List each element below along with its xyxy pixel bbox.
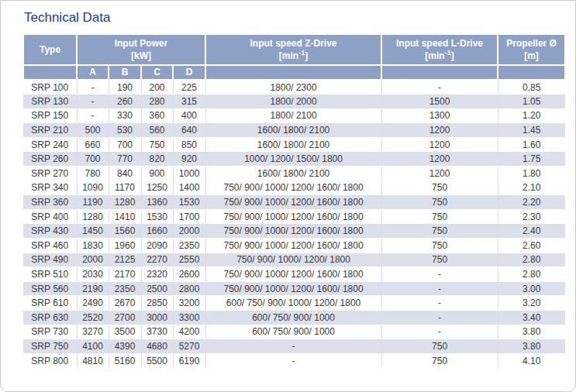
cell-type: SRP 610 bbox=[23, 296, 77, 311]
cell-power-d: 640 bbox=[173, 123, 205, 138]
cell-type: SRP 150 bbox=[23, 108, 77, 123]
cell-z-speed: 750/ 900/ 1000/ 1200/ 1600/ 1800 bbox=[205, 239, 381, 253]
cell-power-b: 1960 bbox=[109, 239, 141, 253]
cell-power-d: 4200 bbox=[173, 325, 205, 339]
cell-propeller: 3.20 bbox=[498, 296, 565, 311]
cell-power-a: 4100 bbox=[77, 339, 109, 354]
table-header: Type Input Power [kW] Input speed Z-Driv… bbox=[23, 34, 565, 80]
table-row: SRP 4902000212522702550750/ 900/ 1000/ 1… bbox=[23, 253, 565, 267]
cell-power-d: 400 bbox=[173, 108, 205, 123]
header-row-main: Type Input Power [kW] Input speed Z-Driv… bbox=[23, 34, 565, 65]
table-row: SRP 8004810516055006190-7504.10 bbox=[23, 353, 565, 368]
cell-propeller: 2.80 bbox=[498, 267, 565, 282]
cell-propeller: 1.45 bbox=[498, 123, 565, 138]
cell-z-speed: 750/ 900/ 1000/ 1200/ 1600/ 1800 bbox=[205, 224, 381, 239]
header-sub-d: D bbox=[173, 65, 205, 80]
cell-l-speed: - bbox=[381, 80, 498, 95]
table-row: SRP 3401090117012501400750/ 900/ 1000/ 1… bbox=[23, 181, 565, 195]
cell-power-a: 1190 bbox=[77, 195, 109, 210]
cell-power-b: 2170 bbox=[109, 267, 141, 282]
cell-power-c: 3730 bbox=[141, 325, 173, 339]
cell-type: SRP 630 bbox=[23, 311, 77, 325]
cell-power-a: 700 bbox=[77, 152, 109, 167]
cell-power-d: 1530 bbox=[173, 195, 205, 210]
page-title: Technical Data bbox=[24, 10, 575, 26]
cell-power-d: 2800 bbox=[173, 281, 205, 296]
cell-l-speed: 750 bbox=[381, 253, 498, 267]
cell-power-d: 6190 bbox=[173, 353, 205, 368]
cell-type: SRP 260 bbox=[23, 152, 77, 167]
header-l-drive-unit: [min-1] bbox=[382, 50, 497, 62]
cell-z-speed: 750/ 900/ 1000/ 1200/ 1600/ 1800 bbox=[205, 209, 381, 224]
cell-power-d: 1000 bbox=[173, 167, 205, 181]
cell-power-d: 1700 bbox=[173, 209, 205, 224]
cell-power-c: 2090 bbox=[141, 239, 173, 253]
cell-power-c: 5500 bbox=[141, 353, 173, 368]
cell-power-d: 2600 bbox=[173, 267, 205, 282]
cell-l-speed: - bbox=[381, 311, 498, 325]
table-row: SRP 7303270350037304200600/ 750/ 900/ 10… bbox=[23, 325, 565, 339]
table-row: SRP 2607007708209201000/ 1200/ 1500/ 180… bbox=[23, 152, 565, 167]
cell-power-c: 4680 bbox=[141, 339, 173, 354]
cell-power-a: 1830 bbox=[77, 239, 109, 253]
table-row: SRP 5102030217023202600750/ 900/ 1000/ 1… bbox=[23, 267, 565, 282]
header-sub-a: A bbox=[77, 65, 109, 80]
cell-power-b: 5160 bbox=[109, 353, 141, 368]
cell-l-speed: 1200 bbox=[381, 152, 498, 167]
cell-power-a: - bbox=[77, 108, 109, 123]
table-row: SRP 6102490267028503200600/ 750/ 900/ 10… bbox=[23, 296, 565, 311]
cell-power-c: 3000 bbox=[141, 311, 173, 325]
cell-l-speed: 1500 bbox=[381, 95, 498, 109]
cell-power-b: 2125 bbox=[109, 253, 141, 267]
cell-z-speed: 1000/ 1200/ 1500/ 1800 bbox=[205, 152, 381, 167]
cell-power-c: 280 bbox=[141, 95, 173, 109]
cell-z-speed: 1800/ 2100 bbox=[205, 108, 381, 123]
cell-power-a: 1450 bbox=[77, 224, 109, 239]
cell-type: SRP 510 bbox=[23, 267, 77, 282]
header-input-power: Input Power [kW] bbox=[77, 34, 205, 65]
cell-power-a: 2190 bbox=[77, 281, 109, 296]
header-l-drive-label: Input speed L-Drive bbox=[382, 37, 497, 50]
cell-z-speed: 1800/ 2000 bbox=[205, 95, 381, 109]
header-z-drive-unit: [min-1] bbox=[206, 50, 381, 62]
header-type: Type bbox=[23, 34, 77, 65]
header-sub-empty-z bbox=[205, 65, 381, 80]
cell-power-a: 1280 bbox=[77, 209, 109, 224]
cell-propeller: 3.40 bbox=[498, 311, 565, 325]
cell-propeller: 3.80 bbox=[498, 325, 565, 339]
table-row: SRP 4301450156016602000750/ 900/ 1000/ 1… bbox=[23, 224, 565, 239]
cell-power-c: 1660 bbox=[141, 224, 173, 239]
header-z-drive-label: Input speed Z-Drive bbox=[206, 37, 381, 50]
cell-z-speed: - bbox=[205, 339, 381, 354]
table-row: SRP 4001280141015301700750/ 900/ 1000/ 1… bbox=[23, 209, 565, 224]
cell-l-speed: - bbox=[381, 281, 498, 296]
table-row: SRP 150-3303604001800/ 210013001.20 bbox=[23, 108, 565, 123]
cell-power-a: 2000 bbox=[77, 253, 109, 267]
technical-data-table: Type Input Power [kW] Input speed Z-Driv… bbox=[22, 33, 566, 368]
cell-power-c: 2320 bbox=[141, 267, 173, 282]
cell-l-speed: 1300 bbox=[381, 108, 498, 123]
cell-power-c: 750 bbox=[141, 137, 173, 152]
header-sub-empty-type bbox=[23, 65, 77, 80]
header-l-drive: Input speed L-Drive [min-1] bbox=[381, 34, 498, 65]
cell-type: SRP 430 bbox=[23, 224, 77, 239]
cell-power-a: 780 bbox=[77, 167, 109, 181]
header-sub-empty-l bbox=[381, 65, 498, 80]
cell-type: SRP 730 bbox=[23, 325, 77, 339]
cell-propeller: 4.10 bbox=[498, 353, 565, 368]
cell-power-d: 1400 bbox=[173, 181, 205, 195]
cell-power-c: 2500 bbox=[141, 281, 173, 296]
cell-propeller: 2.80 bbox=[498, 253, 565, 267]
cell-type: SRP 240 bbox=[23, 137, 77, 152]
cell-propeller: 2.20 bbox=[498, 195, 565, 210]
cell-power-b: 1280 bbox=[109, 195, 141, 210]
cell-power-d: 2350 bbox=[173, 239, 205, 253]
header-row-sub: A B C D bbox=[23, 65, 565, 80]
cell-power-b: 260 bbox=[109, 95, 141, 109]
table-row: SRP 2105005305606401600/ 1800/ 210012001… bbox=[23, 123, 565, 138]
datasheet-page: Technical Data Type Input Power [kW] bbox=[0, 0, 576, 392]
cell-power-b: 530 bbox=[109, 123, 141, 138]
cell-l-speed: 1200 bbox=[381, 167, 498, 181]
cell-propeller: 1.80 bbox=[498, 167, 565, 181]
cell-type: SRP 270 bbox=[23, 167, 77, 181]
